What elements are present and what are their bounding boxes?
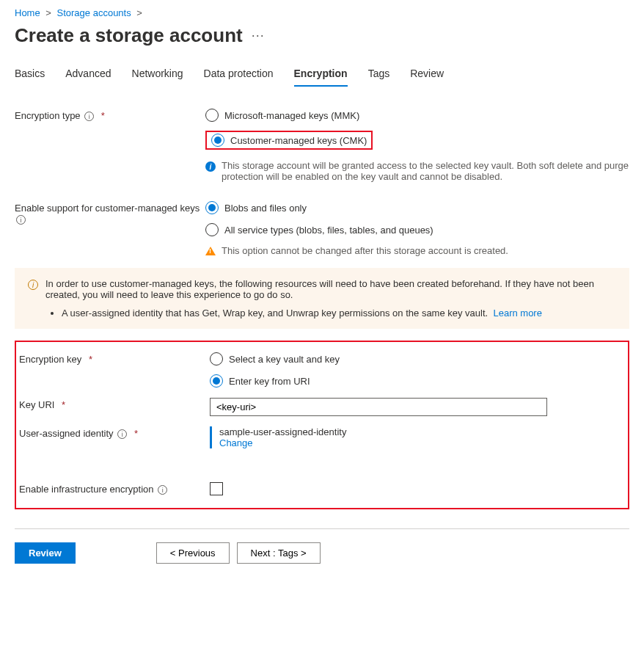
radio-icon xyxy=(210,352,223,365)
cmk-helper-text: This storage account will be granted acc… xyxy=(222,160,629,182)
tab-basics[interactable]: Basics xyxy=(15,68,45,87)
radio-cmk-label: Customer-managed keys (CMK) xyxy=(230,135,367,146)
next-button[interactable]: Next : Tags > xyxy=(237,542,321,564)
tab-review[interactable]: Review xyxy=(410,68,444,87)
info-icon: i xyxy=(28,280,38,290)
required-indicator: * xyxy=(101,110,105,121)
radio-blobs-files[interactable]: Blobs and files only xyxy=(205,201,629,214)
previous-button[interactable]: < Previous xyxy=(156,542,230,564)
tab-encryption[interactable]: Encryption xyxy=(294,68,348,87)
user-identity-label: User-assigned identity i * xyxy=(19,426,210,439)
breadcrumb-home[interactable]: Home xyxy=(15,7,40,18)
notice-main-text: In order to use customer-managed keys, t… xyxy=(45,278,616,300)
tab-bar: Basics Advanced Networking Data protecti… xyxy=(15,68,629,87)
info-icon: i xyxy=(205,161,216,172)
more-actions-icon[interactable]: ··· xyxy=(252,28,265,43)
radio-select-keyvault[interactable]: Select a key vault and key xyxy=(210,352,618,365)
radio-select-keyvault-label: Select a key vault and key xyxy=(229,354,340,365)
radio-all-services-label: All service types (blobs, files, tables,… xyxy=(224,225,433,236)
info-icon[interactable]: i xyxy=(117,429,127,439)
required-indicator: * xyxy=(89,354,92,365)
tab-networking[interactable]: Networking xyxy=(132,68,183,87)
review-button[interactable]: Review xyxy=(15,542,76,564)
info-icon[interactable]: i xyxy=(158,485,167,495)
no-change-warning: This option cannot be changed after this… xyxy=(222,245,508,256)
radio-cmk[interactable]: Customer-managed keys (CMK) xyxy=(211,134,367,147)
radio-enter-uri[interactable]: Enter key from URI xyxy=(210,374,618,388)
tab-data-protection[interactable]: Data protection xyxy=(204,68,274,87)
required-indicator: * xyxy=(62,399,65,410)
radio-blobs-files-label: Blobs and files only xyxy=(224,203,307,214)
radio-all-services[interactable]: All service types (blobs, files, tables,… xyxy=(205,223,629,236)
radio-enter-uri-label: Enter key from URI xyxy=(229,376,310,387)
change-identity-link[interactable]: Change xyxy=(219,437,253,448)
breadcrumb: Home > Storage accounts > xyxy=(15,7,629,18)
radio-mmk-label: Microsoft-managed keys (MMK) xyxy=(224,110,359,121)
notice-bullet: A user-assigned identity that has Get, W… xyxy=(62,308,616,319)
identity-value: sample-user-assigned-identity xyxy=(219,426,618,437)
footer-separator xyxy=(15,528,629,529)
enable-cmk-label: Enable support for customer-managed keys… xyxy=(15,201,205,225)
key-uri-label: Key URI * xyxy=(19,398,210,410)
footer-buttons: Review < Previous Next : Tags > xyxy=(15,542,629,564)
required-indicator: * xyxy=(134,428,138,439)
radio-mmk[interactable]: Microsoft-managed keys (MMK) xyxy=(205,109,629,122)
prerequisite-notice: i In order to use customer-managed keys,… xyxy=(15,268,629,329)
encryption-type-label: Encryption type i * xyxy=(15,109,205,121)
encryption-key-label: Encryption key * xyxy=(19,352,210,365)
radio-icon xyxy=(205,223,219,236)
learn-more-link[interactable]: Learn more xyxy=(493,308,541,319)
tab-tags[interactable]: Tags xyxy=(368,68,390,87)
radio-icon xyxy=(210,374,223,388)
infra-encrypt-checkbox[interactable] xyxy=(210,482,223,495)
key-uri-input[interactable] xyxy=(210,398,547,416)
breadcrumb-storage-accounts[interactable]: Storage accounts xyxy=(57,7,131,18)
radio-icon xyxy=(205,201,219,214)
page-title: Create a storage account xyxy=(15,24,243,47)
info-icon[interactable]: i xyxy=(16,215,26,225)
chevron-right-icon: > xyxy=(136,7,142,18)
warning-icon xyxy=(205,247,216,255)
radio-icon xyxy=(205,109,219,122)
info-icon[interactable]: i xyxy=(84,112,94,121)
chevron-right-icon: > xyxy=(45,7,51,18)
tab-advanced[interactable]: Advanced xyxy=(65,68,111,87)
infra-encrypt-label: Enable infrastructure encryption i xyxy=(19,482,210,495)
radio-icon xyxy=(211,134,224,147)
